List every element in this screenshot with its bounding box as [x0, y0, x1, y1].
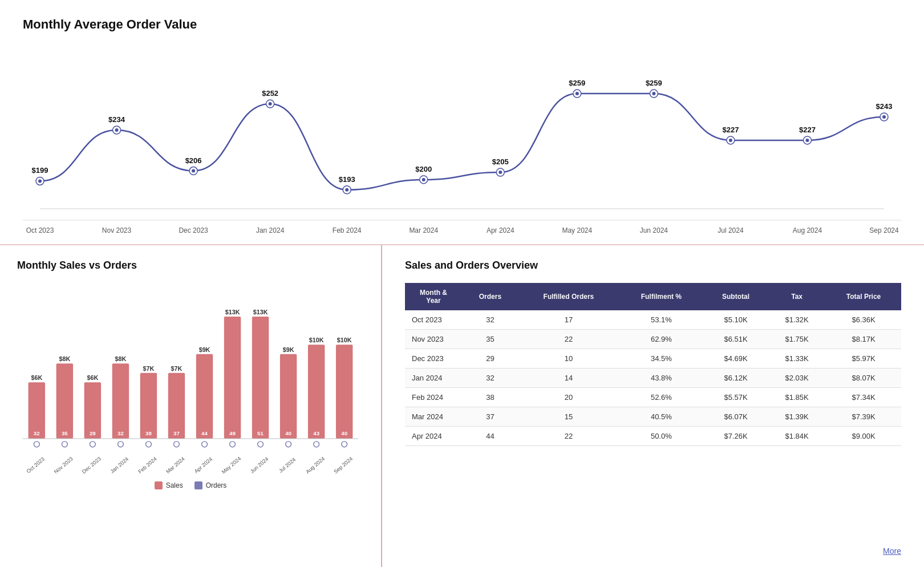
table-title: Sales and Orders Overview — [405, 260, 901, 272]
svg-point-18 — [345, 188, 348, 192]
svg-text:Apr 2024: Apr 2024 — [193, 456, 213, 475]
col-tax: Tax — [768, 283, 826, 310]
svg-text:$8K: $8K — [115, 355, 127, 362]
svg-text:Jul 2024: Jul 2024 — [718, 226, 744, 234]
svg-text:Jun 2024: Jun 2024 — [249, 456, 270, 475]
table-row: Feb 2024382052.6%$5.57K$1.85K$7.34K — [405, 388, 901, 407]
svg-text:Aug 2024: Aug 2024 — [305, 456, 326, 475]
svg-point-108 — [342, 442, 347, 447]
svg-point-26 — [499, 171, 502, 174]
svg-point-10 — [192, 169, 195, 173]
svg-text:Jan 2024: Jan 2024 — [256, 226, 285, 234]
svg-text:$7K: $7K — [143, 365, 155, 372]
col-month: Month & Year — [405, 283, 462, 310]
svg-text:$206: $206 — [185, 156, 202, 165]
svg-text:Apr 2024: Apr 2024 — [487, 226, 514, 234]
col-total: Total Price — [826, 283, 901, 310]
svg-point-78 — [174, 442, 180, 447]
svg-point-6 — [115, 128, 119, 132]
svg-point-46 — [882, 115, 886, 119]
svg-text:$199: $199 — [32, 166, 48, 175]
svg-text:Mar 2024: Mar 2024 — [165, 456, 186, 475]
svg-text:38: 38 — [145, 430, 152, 436]
svg-text:35: 35 — [62, 430, 68, 436]
svg-rect-70 — [140, 373, 157, 439]
svg-point-53 — [34, 442, 39, 447]
svg-text:Sep 2024: Sep 2024 — [333, 456, 354, 475]
col-pct: Fulfilment % — [619, 283, 704, 310]
legend-orders-label: Orders — [206, 481, 227, 489]
svg-text:51: 51 — [257, 430, 264, 436]
svg-text:32: 32 — [34, 430, 40, 436]
svg-point-93 — [258, 442, 264, 447]
svg-text:Jan 2024: Jan 2024 — [110, 456, 130, 475]
line-chart: $199Oct 2023$234Nov 2023$206Dec 2023$252… — [23, 43, 901, 237]
svg-text:May 2024: May 2024 — [221, 456, 242, 475]
svg-text:43: 43 — [313, 430, 319, 436]
svg-text:$205: $205 — [492, 157, 509, 166]
legend-orders: Orders — [194, 481, 227, 489]
svg-text:$193: $193 — [339, 175, 355, 184]
svg-point-2 — [38, 179, 42, 183]
svg-text:40: 40 — [285, 430, 291, 436]
svg-text:Feb 2024: Feb 2024 — [137, 456, 158, 475]
svg-text:$227: $227 — [799, 125, 816, 134]
svg-text:$7K: $7K — [171, 365, 183, 372]
svg-text:Nov 2023: Nov 2023 — [53, 456, 74, 475]
svg-point-34 — [652, 92, 655, 95]
svg-rect-65 — [112, 363, 129, 439]
svg-text:40: 40 — [341, 430, 347, 436]
overview-table: Month & Year Orders Fulfilled Orders Ful… — [405, 283, 901, 446]
svg-text:Dec 2023: Dec 2023 — [179, 226, 208, 234]
svg-text:Mar 2024: Mar 2024 — [409, 226, 438, 234]
svg-text:$252: $252 — [262, 89, 278, 98]
table-header-row: Month & Year Orders Fulfilled Orders Ful… — [405, 283, 901, 310]
svg-point-14 — [269, 102, 272, 106]
svg-text:$9K: $9K — [199, 346, 210, 353]
svg-point-38 — [729, 139, 732, 142]
svg-text:32: 32 — [117, 430, 124, 436]
svg-text:Feb 2024: Feb 2024 — [333, 226, 362, 234]
svg-text:$9K: $9K — [283, 346, 294, 353]
bar-chart-legend: Sales Orders — [17, 481, 364, 489]
legend-sales: Sales — [155, 481, 183, 489]
svg-point-103 — [314, 442, 319, 447]
svg-text:$234: $234 — [108, 115, 125, 124]
svg-rect-75 — [168, 373, 185, 439]
table-row: Mar 2024371540.5%$6.07K$1.39K$7.39K — [405, 407, 901, 427]
svg-text:Nov 2023: Nov 2023 — [102, 226, 132, 234]
svg-point-88 — [230, 442, 236, 447]
svg-text:Jun 2024: Jun 2024 — [640, 226, 668, 234]
svg-text:May 2024: May 2024 — [562, 226, 592, 234]
svg-text:Dec 2023: Dec 2023 — [81, 456, 102, 475]
legend-orders-color — [194, 481, 202, 489]
svg-text:$13K: $13K — [225, 309, 240, 315]
svg-text:Oct 2023: Oct 2023 — [26, 226, 54, 234]
table-row: Dec 2023291034.5%$4.69K$1.33K$5.97K — [405, 349, 901, 368]
svg-text:$13K: $13K — [253, 309, 268, 315]
table-row: Apr 2024442250.0%$7.26K$1.84K$9.00K — [405, 427, 901, 446]
col-fulfilled: Fulfilled Orders — [518, 283, 619, 310]
svg-rect-55 — [56, 363, 73, 439]
legend-sales-color — [155, 481, 163, 489]
bar-chart-panel: Monthly Sales vs Orders $6K32Oct 2023$8K… — [0, 245, 382, 567]
svg-text:Jul 2024: Jul 2024 — [278, 457, 297, 474]
svg-point-83 — [202, 442, 208, 447]
svg-text:$200: $200 — [415, 165, 432, 173]
svg-text:$227: $227 — [722, 125, 739, 134]
svg-point-63 — [90, 442, 95, 447]
svg-text:$6K: $6K — [31, 374, 42, 381]
svg-text:44: 44 — [201, 430, 208, 436]
more-link[interactable]: More — [883, 546, 901, 556]
svg-text:49: 49 — [229, 430, 236, 436]
svg-rect-105 — [336, 345, 352, 439]
bar-chart: $6K32Oct 2023$8K35Nov 2023$6K29Dec 2023$… — [17, 283, 364, 477]
bar-chart-title: Monthly Sales vs Orders — [17, 260, 364, 272]
table-row: Jan 2024321443.8%$6.12K$2.03K$8.07K — [405, 368, 901, 388]
svg-point-22 — [422, 178, 425, 181]
svg-point-58 — [62, 442, 67, 447]
col-subtotal: Subtotal — [704, 283, 768, 310]
svg-text:Aug 2024: Aug 2024 — [793, 226, 822, 234]
svg-rect-85 — [224, 317, 241, 439]
svg-text:$8K: $8K — [59, 355, 70, 362]
